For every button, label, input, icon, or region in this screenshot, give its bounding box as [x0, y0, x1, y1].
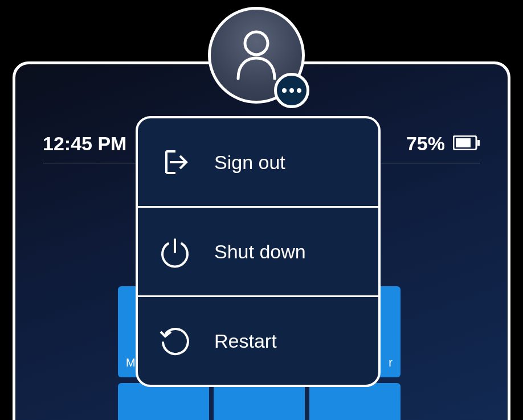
person-icon [234, 28, 279, 82]
app-tile[interactable] [309, 383, 401, 420]
tile-label: r [389, 356, 393, 369]
more-options-button[interactable] [274, 73, 309, 108]
app-tile[interactable] [118, 383, 209, 420]
user-avatar-container [208, 7, 310, 109]
restart-icon [158, 324, 191, 357]
app-tiles-row-2 [118, 383, 401, 420]
battery-percentage: 75% [406, 133, 445, 155]
power-menu: Sign out Shut down Restart [136, 116, 381, 387]
battery-icon [453, 135, 480, 153]
svg-rect-2 [477, 140, 480, 146]
sign-out-icon [158, 146, 191, 179]
app-tile[interactable] [214, 383, 305, 420]
shut-down-button[interactable]: Shut down [138, 208, 378, 297]
menu-item-label: Restart [214, 330, 277, 352]
menu-item-label: Shut down [214, 241, 306, 263]
ellipsis-icon [297, 88, 301, 93]
battery-indicator: 75% [406, 133, 480, 155]
svg-point-3 [245, 32, 268, 55]
menu-item-label: Sign out [214, 151, 285, 174]
sign-out-button[interactable]: Sign out [138, 118, 378, 208]
svg-rect-1 [456, 138, 471, 147]
restart-button[interactable]: Restart [138, 297, 378, 385]
ellipsis-icon [282, 88, 287, 93]
power-icon [158, 235, 191, 268]
time-label: 12:45 PM [43, 133, 126, 155]
ellipsis-icon [289, 88, 294, 93]
